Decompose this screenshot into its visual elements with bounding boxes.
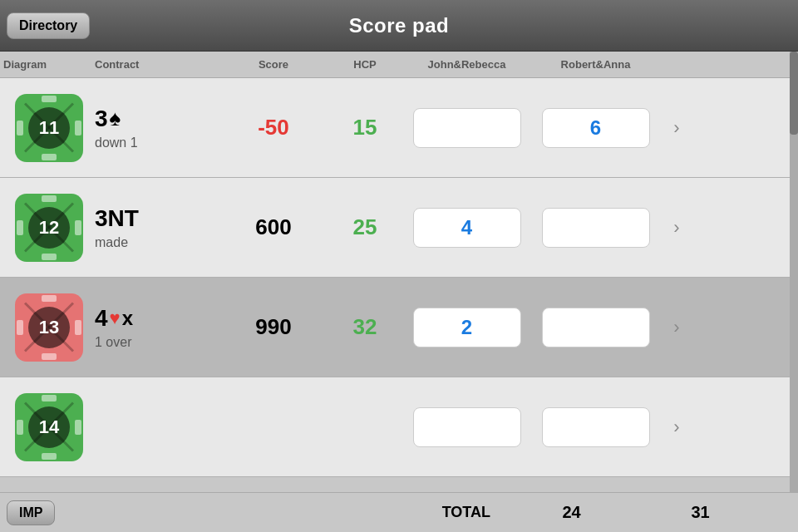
john-cell-14[interactable] — [402, 407, 531, 447]
board-number-11: 11 — [28, 107, 70, 149]
arrow-cell-12[interactable]: › — [660, 217, 693, 239]
john-imp-box-12[interactable]: 4 — [413, 208, 521, 248]
board-number-13: 13 — [28, 307, 70, 348]
board-number-12: 12 — [28, 207, 70, 249]
robert-cell-11[interactable]: 6 — [531, 108, 660, 148]
diagram-cell-11[interactable]: 11 — [3, 94, 95, 162]
contract-cell-11: 3♠ down 1 — [95, 106, 219, 150]
chevron-right-icon: › — [673, 416, 679, 438]
scrollbar[interactable] — [790, 52, 798, 492]
page-title: Score pad — [349, 14, 450, 37]
hcp-cell-12: 25 — [328, 214, 402, 240]
table-row: 14 › — [0, 377, 798, 477]
spade-icon: ♠ — [110, 106, 121, 131]
col-header-robert: Robert&Anna — [531, 58, 660, 71]
score-cell-12: 600 — [219, 214, 328, 240]
chevron-right-icon: › — [673, 117, 679, 139]
robert-imp-box-12[interactable] — [542, 208, 650, 248]
col-header-john: John&Rebecca — [402, 58, 531, 71]
john-cell-11[interactable] — [402, 108, 531, 148]
robert-cell-14[interactable] — [531, 407, 660, 447]
contract-sub-13: 1 over — [95, 335, 131, 350]
hcp-cell-13: 32 — [328, 314, 402, 340]
john-imp-box-13[interactable]: 2 — [413, 308, 521, 347]
col-header-score: Score — [219, 58, 328, 71]
scrollbar-thumb[interactable] — [790, 52, 798, 135]
robert-imp-box-11[interactable]: 6 — [542, 108, 650, 148]
table-row: 11 3♠ down 1 -50 15 6 › — [0, 78, 798, 178]
directory-button[interactable]: Directory — [7, 12, 90, 39]
table-row: 12 3NT made 600 25 4 › — [0, 178, 798, 278]
contract-cell-13: 4♥x 1 over — [95, 305, 219, 350]
contract-main-11: 3♠ — [95, 106, 121, 132]
arrow-cell-13[interactable]: › — [660, 317, 693, 338]
arrow-cell-14[interactable]: › — [660, 416, 693, 438]
total-label: TOTAL — [55, 504, 507, 521]
contract-main-12: 3NT — [95, 205, 139, 232]
double-icon: x — [122, 307, 133, 330]
contract-main-13: 4♥x — [95, 305, 133, 332]
footer-robert-total: 31 — [636, 503, 765, 522]
col-header-contract: Contract — [95, 58, 219, 71]
contract-cell-14 — [95, 426, 219, 429]
diagram-icon-13: 13 — [15, 293, 83, 362]
john-cell-13[interactable]: 2 — [402, 308, 531, 347]
header: Directory Score pad — [0, 0, 798, 52]
robert-cell-13[interactable] — [531, 308, 660, 347]
imp-button[interactable]: IMP — [7, 500, 55, 525]
diagram-cell-13[interactable]: 13 — [3, 293, 95, 362]
contract-cell-12: 3NT made — [95, 205, 219, 250]
col-header-diagram: Diagram — [3, 58, 95, 71]
arrow-cell-11[interactable]: › — [660, 117, 693, 139]
robert-imp-box-13[interactable] — [542, 308, 650, 347]
diagram-icon-11: 11 — [15, 94, 83, 162]
robert-imp-box-14[interactable] — [542, 407, 650, 447]
table-row: 13 4♥x 1 over 990 32 2 › — [0, 278, 798, 377]
column-headers: Diagram Contract Score HCP John&Rebecca … — [0, 52, 798, 78]
robert-cell-12[interactable] — [531, 208, 660, 248]
score-cell-11: -50 — [219, 115, 328, 140]
john-imp-box-11[interactable] — [413, 108, 521, 148]
diagram-icon-14: 14 — [15, 393, 83, 461]
john-imp-box-14[interactable] — [413, 407, 521, 447]
chevron-right-icon: › — [673, 217, 679, 239]
score-cell-13: 990 — [219, 314, 328, 340]
diagram-icon-12: 12 — [15, 194, 83, 262]
footer-john-total: 24 — [507, 503, 636, 522]
diagram-cell-12[interactable]: 12 — [3, 194, 95, 262]
hcp-cell-11: 15 — [328, 115, 402, 140]
john-cell-12[interactable]: 4 — [402, 208, 531, 248]
col-header-hcp: HCP — [328, 58, 402, 71]
contract-sub-11: down 1 — [95, 135, 138, 150]
footer: IMP TOTAL 24 31 — [0, 492, 798, 532]
heart-icon: ♥ — [110, 308, 121, 329]
diagram-cell-14[interactable]: 14 — [3, 393, 95, 461]
contract-sub-12: made — [95, 235, 128, 250]
board-number-14: 14 — [28, 406, 70, 448]
chevron-right-icon: › — [673, 317, 679, 338]
